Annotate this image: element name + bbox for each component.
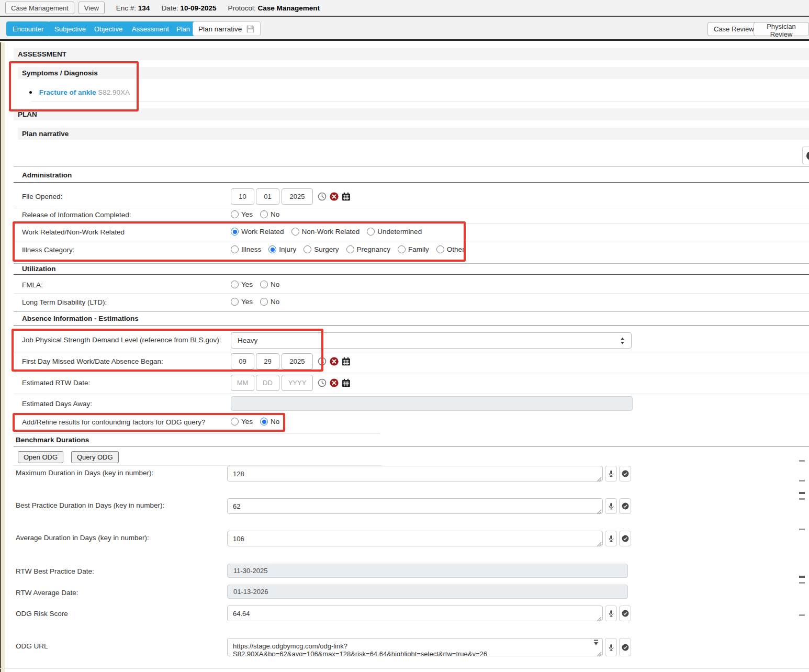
- benchmark-heading: Benchmark Durations: [16, 436, 89, 444]
- release-no-radio[interactable]: No: [260, 210, 279, 218]
- case-management-page: Case Management View Enc #: 134 Date: 10…: [0, 0, 809, 672]
- clipped-edge-mark: [799, 576, 805, 578]
- job-demand-value: Heavy: [238, 337, 257, 344]
- calendar-icon[interactable]: [342, 357, 351, 366]
- max-duration-label: Maximum Duration in Days (key in number)…: [16, 469, 153, 477]
- diagnosis-link[interactable]: Fracture of ankle: [39, 88, 96, 96]
- file-opened-day-input[interactable]: [256, 188, 279, 205]
- view-button[interactable]: View: [78, 2, 105, 14]
- plan-narrative-header: Plan narrative: [18, 128, 809, 140]
- file-opened-month-input[interactable]: [231, 188, 254, 205]
- open-odg-button[interactable]: Open ODG: [18, 451, 63, 463]
- confirm-button[interactable]: [619, 606, 631, 621]
- save-icon[interactable]: [246, 25, 255, 33]
- clipped-edge-mark: [799, 480, 805, 481]
- work-related-label: Work Related/Non-Work Related: [22, 228, 125, 236]
- divider: [0, 668, 809, 669]
- other-radio[interactable]: Other: [436, 245, 465, 253]
- case-management-button[interactable]: Case Management: [5, 2, 74, 14]
- clipped-edge-mark: [799, 529, 805, 530]
- non-work-related-radio[interactable]: Non-Work Related: [291, 228, 360, 236]
- clock-icon[interactable]: [318, 357, 327, 366]
- mic-button[interactable]: [605, 466, 617, 481]
- confirm-button[interactable]: [619, 498, 631, 514]
- work-related-radio[interactable]: Work Related: [231, 228, 284, 236]
- radio-icon: [231, 210, 239, 218]
- mic-button[interactable]: [605, 606, 617, 621]
- clipped-action-button[interactable]: [802, 147, 809, 164]
- tab-encounter[interactable]: Encounter: [6, 21, 50, 36]
- radio-icon: [260, 210, 268, 218]
- estimated-rtw-year-input[interactable]: [282, 375, 313, 391]
- encounter-number: Enc #: 134: [116, 4, 150, 12]
- rtw-average-label: RTW Average Date:: [16, 589, 78, 597]
- mic-button[interactable]: [605, 638, 617, 656]
- clock-icon[interactable]: [318, 192, 327, 201]
- estimated-rtw-day-input[interactable]: [256, 375, 279, 391]
- clear-date-icon[interactable]: [330, 378, 339, 387]
- divider: [14, 394, 809, 394]
- file-opened-year-input[interactable]: [282, 188, 313, 205]
- scroll-down-icon[interactable]: [593, 640, 599, 646]
- best-practice-duration-input[interactable]: 62: [227, 498, 603, 514]
- fmla-no-radio[interactable]: No: [260, 281, 279, 288]
- select-spinner-icon: [620, 337, 625, 344]
- odg-risk-score-input[interactable]: 64.64: [227, 606, 603, 621]
- divider: [14, 446, 809, 446]
- average-duration-label: Average Duration in Days (key in number)…: [16, 534, 149, 542]
- rtw-average-field: 01-13-2026: [227, 585, 628, 599]
- confounding-yes-radio[interactable]: Yes: [231, 418, 253, 425]
- fmla-yes-radio[interactable]: Yes: [231, 281, 253, 288]
- first-day-day-input[interactable]: [256, 353, 279, 369]
- divider: [14, 182, 809, 183]
- ltd-no-radio[interactable]: No: [260, 298, 279, 306]
- first-day-month-input[interactable]: [231, 353, 254, 369]
- estimated-days-away-field: [231, 396, 633, 411]
- pregnancy-radio[interactable]: Pregnancy: [346, 245, 391, 253]
- ltd-yes-radio[interactable]: Yes: [231, 298, 253, 306]
- radio-selected-icon: [231, 228, 239, 236]
- calendar-icon[interactable]: [342, 378, 351, 387]
- clipped-edge-mark: [799, 498, 805, 500]
- case-review-button[interactable]: Case Review: [707, 22, 760, 36]
- fmla-radiogroup: Yes No: [231, 281, 287, 288]
- clear-date-icon[interactable]: [330, 192, 339, 201]
- tab-subjective[interactable]: Subjective: [48, 21, 92, 36]
- job-demand-select[interactable]: Heavy: [231, 332, 632, 349]
- radio-icon: [231, 245, 239, 253]
- estimated-rtw-month-input[interactable]: [231, 375, 254, 391]
- release-yes-radio[interactable]: Yes: [231, 210, 253, 218]
- first-day-year-input[interactable]: [282, 353, 313, 369]
- physician-review-button[interactable]: Physician Review: [754, 22, 809, 36]
- mic-button[interactable]: [605, 498, 617, 514]
- date-value: 10-09-2025: [180, 4, 216, 12]
- clear-date-icon[interactable]: [330, 357, 339, 366]
- plan-narrative-chip[interactable]: Plan narrative: [193, 21, 261, 36]
- confounding-no-radio[interactable]: No: [260, 418, 279, 425]
- confirm-button[interactable]: [619, 531, 631, 546]
- surgery-radio[interactable]: Surgery: [304, 245, 339, 253]
- clock-icon[interactable]: [318, 378, 327, 387]
- tab-assessment[interactable]: Assessment: [126, 21, 175, 36]
- injury-radio[interactable]: Injury: [268, 245, 296, 253]
- mic-button[interactable]: [605, 531, 617, 546]
- calendar-icon[interactable]: [342, 192, 351, 201]
- divider: [14, 223, 809, 224]
- top-toolbar: Case Management View Enc #: 134 Date: 10…: [0, 0, 809, 17]
- divider: [14, 208, 809, 208]
- family-radio[interactable]: Family: [398, 245, 429, 253]
- odg-url-input[interactable]: https://stage.odgbymcg.com/odg-link? S82…: [227, 638, 603, 656]
- average-duration-input[interactable]: 106: [227, 531, 603, 546]
- administration-heading: Administration: [22, 171, 72, 179]
- tab-objective[interactable]: Objective: [88, 21, 129, 36]
- confirm-button[interactable]: [619, 466, 631, 481]
- ltd-label: Long Term Disability (LTD):: [22, 298, 107, 306]
- illness-radio[interactable]: Illness: [231, 245, 261, 253]
- query-odg-button[interactable]: Query ODG: [71, 451, 119, 463]
- undetermined-radio[interactable]: Undetermined: [367, 228, 422, 236]
- fmla-label: FMLA:: [22, 281, 43, 289]
- confirm-button[interactable]: [619, 638, 631, 656]
- radio-icon: [231, 281, 239, 288]
- illness-category-label: Illness Category:: [22, 246, 75, 254]
- max-duration-input[interactable]: 128: [227, 466, 603, 481]
